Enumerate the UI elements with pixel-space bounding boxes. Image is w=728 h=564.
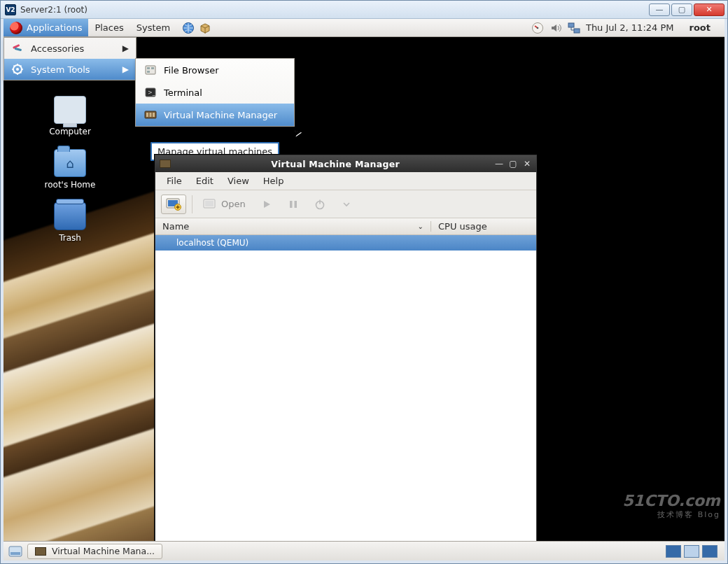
vmm-columns-header: Name ⌄ CPU usage [155, 218, 536, 235]
vmm-close-button[interactable]: ✕ [522, 159, 532, 169]
vnc-window: V2 Server2:1 (root) — ▢ ✕ Applications P… [0, 0, 728, 564]
vmm-body[interactable]: localhost (QEMU) [155, 235, 536, 553]
vmm-open-label: Open [221, 199, 246, 209]
vmm-col-cpu[interactable]: CPU usage [431, 221, 494, 232]
pause-icon [288, 199, 298, 209]
submenu-item-file-browser[interactable]: File Browser [136, 59, 294, 81]
vmm-shutdown-menu-button[interactable] [336, 195, 357, 214]
sort-indicator-icon: ⌄ [418, 223, 424, 230]
menu-item-accessories[interactable]: Accessories ▶ [4, 38, 136, 59]
submenu-item-terminal-label: Terminal [164, 87, 202, 98]
menu-places[interactable]: Places [88, 19, 130, 36]
volume-icon[interactable] [550, 22, 562, 34]
network-icon[interactable] [568, 22, 580, 34]
gnome-top-panel: Applications Places System [4, 19, 724, 37]
workspace-switcher [666, 545, 720, 558]
vmm-open-button[interactable]: Open [198, 195, 251, 214]
vmm-title: Virtual Machine Manager [176, 159, 494, 169]
svg-rect-9 [146, 66, 155, 74]
window-buttons: — ▢ ✕ [649, 3, 724, 16]
vmm-menu-help[interactable]: Help [256, 174, 291, 188]
open-vm-icon [203, 199, 217, 210]
browser-launcher-icon[interactable] [182, 22, 195, 34]
vmm-connection-label: localhost (QEMU) [176, 238, 248, 248]
svg-rect-16 [146, 113, 148, 117]
svg-text:>_: >_ [148, 90, 156, 96]
taskbar-vmm-icon [35, 547, 46, 556]
svg-rect-25 [294, 201, 297, 208]
vmm-app-icon [160, 160, 171, 168]
workspace-1[interactable] [666, 545, 681, 558]
taskbar-item-vmm[interactable]: Virtual Machine Mana... [27, 544, 162, 559]
vmm-col-cpu-label: CPU usage [438, 221, 487, 232]
vnc-titlebar[interactable]: V2 Server2:1 (root) — ▢ ✕ [1, 1, 727, 19]
chevron-right-icon: ▶ [122, 43, 129, 53]
menu-system[interactable]: System [130, 19, 176, 36]
menu-applications[interactable]: Applications [4, 19, 88, 36]
svg-rect-3 [568, 23, 574, 27]
gnome-bottom-panel: Virtual Machine Mana... [4, 541, 724, 561]
minimize-button[interactable]: — [649, 3, 670, 16]
menu-item-system-tools[interactable]: System Tools ▶ [4, 59, 136, 80]
toolbar-separator [192, 195, 192, 213]
menu-item-system-tools-label: System Tools [31, 64, 90, 75]
svg-rect-12 [147, 71, 150, 73]
workspace-2[interactable] [684, 545, 699, 558]
new-vm-icon [166, 198, 181, 211]
play-icon [262, 199, 272, 209]
vmm-maximize-button[interactable]: ▢ [508, 159, 518, 169]
vmm-connection-row[interactable]: localhost (QEMU) [155, 235, 536, 251]
accessories-icon [11, 42, 24, 55]
vmm-menu-edit[interactable]: Edit [189, 174, 220, 188]
svg-rect-4 [574, 29, 580, 33]
desktop-icon-trash[interactable]: Trash [54, 202, 86, 243]
panel-user[interactable]: root [680, 22, 718, 33]
applications-menu: Accessories ▶ System Tools ▶ [4, 37, 136, 80]
vnc-title: Server2:1 (root) [20, 5, 649, 15]
close-button[interactable]: ✕ [694, 3, 724, 16]
desktop-icons: Computer ⌂ root's Home Trash [4, 96, 136, 243]
desktop-icon-computer[interactable]: Computer [49, 96, 91, 136]
svg-point-8 [16, 68, 19, 71]
vmm-run-button[interactable] [256, 195, 277, 214]
system-tools-submenu: File Browser >_ Terminal Virtual Machine… [135, 58, 295, 127]
svg-rect-10 [147, 67, 150, 69]
svg-rect-18 [153, 113, 155, 117]
submenu-item-terminal[interactable]: >_ Terminal [136, 81, 294, 104]
vmm-menu-view[interactable]: View [220, 174, 256, 188]
panel-quicklaunch [176, 19, 217, 36]
package-launcher-icon[interactable] [199, 22, 211, 34]
cpu-meter-icon[interactable] [531, 22, 544, 34]
vmm-new-vm-button[interactable] [161, 195, 186, 214]
desktop-icon-home[interactable]: ⌂ root's Home [45, 149, 96, 190]
menu-item-accessories-label: Accessories [31, 43, 84, 54]
svg-point-2 [537, 27, 539, 29]
vnc-logo-icon: V2 [5, 4, 16, 15]
vmm-menu-file[interactable]: File [160, 174, 189, 188]
panel-left: Applications Places System [4, 19, 217, 36]
panel-clock[interactable]: Thu Jul 2, 11:24 PM [586, 22, 674, 33]
chevron-down-icon [343, 201, 350, 208]
file-browser-icon [144, 64, 157, 76]
workspace-3[interactable] [702, 545, 718, 558]
vmm-col-name[interactable]: Name ⌄ [155, 221, 431, 232]
chevron-right-icon: ▶ [122, 64, 129, 74]
submenu-item-vmm[interactable]: Virtual Machine Manager [136, 104, 294, 126]
home-folder-icon: ⌂ [54, 149, 86, 177]
maximize-button[interactable]: ▢ [671, 3, 692, 16]
terminal-icon: >_ [144, 86, 157, 99]
vmm-minimize-button[interactable]: — [494, 159, 504, 169]
vmm-window: Virtual Machine Manager — ▢ ✕ File Edit … [155, 155, 537, 554]
menu-applications-label: Applications [27, 22, 82, 33]
vmm-titlebar[interactable]: Virtual Machine Manager — ▢ ✕ [155, 155, 536, 172]
system-tools-icon [11, 63, 24, 76]
menu-places-label: Places [94, 22, 123, 33]
show-desktop-button[interactable] [8, 545, 23, 558]
remote-desktop: Applications Places System [4, 19, 724, 561]
trash-icon [54, 202, 86, 230]
svg-rect-29 [10, 552, 20, 555]
vmm-menubar: File Edit View Help [155, 172, 536, 190]
svg-rect-24 [290, 201, 293, 208]
vmm-shutdown-button[interactable] [309, 195, 330, 214]
vmm-pause-button[interactable] [283, 195, 304, 214]
